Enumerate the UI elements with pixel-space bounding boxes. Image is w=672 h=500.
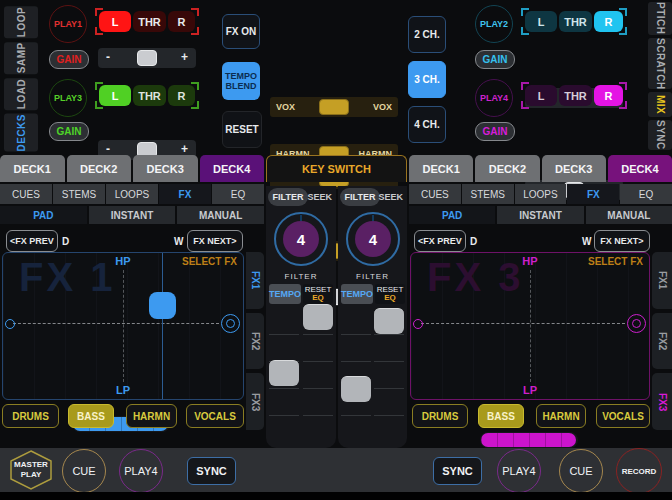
seek-tab[interactable]: SEEK (378, 192, 403, 202)
play3-button[interactable]: PLAY3 (49, 79, 87, 117)
dry-wet-slider-right[interactable] (480, 432, 578, 448)
fx-xy-pad-right[interactable]: FX 3 HP SELECT FX LP (410, 252, 650, 400)
mode-pad-right[interactable]: PAD (409, 206, 495, 224)
fx-slot-tab-2-right[interactable]: FX2 (652, 313, 672, 370)
deck-tab-left-2[interactable]: DECK2 (67, 155, 132, 182)
fx-prev-button-left[interactable]: <FX PREV (6, 230, 58, 252)
fx-next-button-left[interactable]: FX NEXT> (187, 230, 243, 252)
deck-tab-left-1[interactable]: DECK1 (0, 155, 65, 182)
ch3-button[interactable]: 3 CH. (408, 61, 446, 98)
deck1-gain-slider[interactable]: - + (98, 48, 196, 68)
deck-tab-left-3[interactable]: DECK3 (133, 155, 198, 182)
slider-handle[interactable] (137, 50, 157, 66)
reset-eq-button[interactable]: RESET EQ (375, 284, 405, 304)
deck-tab-right-4[interactable]: DECK4 (608, 155, 672, 182)
mode-manual-left[interactable]: MANUAL (177, 206, 264, 224)
fx-slot-tab-3-right[interactable]: FX3 (652, 373, 672, 430)
filter-knob[interactable]: 4 (346, 212, 400, 266)
fx-prev-button-right[interactable]: <FX PREV (414, 230, 466, 252)
deck-tab-right-3[interactable]: DECK3 (542, 155, 606, 182)
xy-pad-handle[interactable] (149, 292, 176, 319)
fx-next-button-right[interactable]: FX NEXT> (594, 230, 650, 252)
play4-button-right[interactable]: PLAY4 (497, 449, 541, 493)
tab-eq-left[interactable]: EQ (212, 184, 264, 204)
deck4-gain-button[interactable]: GAIN (475, 122, 515, 141)
deck-tab-right-2[interactable]: DECK2 (475, 155, 539, 182)
play2-button[interactable]: PLAY2 (475, 5, 513, 43)
sync-button-left[interactable]: SYNC (187, 457, 236, 485)
play1-button[interactable]: PLAY1 (49, 5, 87, 43)
plus-icon[interactable]: + (181, 50, 188, 64)
filter-knob[interactable]: 4 (274, 212, 328, 266)
stem-harmn-button-right[interactable]: HARMN (536, 404, 586, 428)
fx-on-button[interactable]: FX ON (222, 14, 260, 49)
ch2-button[interactable]: 2 CH. (408, 16, 446, 53)
deck-tab-left-4[interactable]: DECK4 (200, 155, 265, 182)
stem-harmn-button-left[interactable]: HARMN (126, 404, 177, 428)
sync-button-right[interactable]: SYNC (433, 457, 482, 485)
fx-xy-pad-left[interactable]: FX 1 HP SELECT FX LP (2, 252, 244, 400)
tab-cues-right[interactable]: CUES (409, 184, 461, 204)
fader-handle[interactable] (374, 308, 404, 334)
stem-bass-button-right[interactable]: BASS (478, 404, 524, 428)
tab-stems-right[interactable]: STEMS (462, 184, 514, 204)
key-switch-tab[interactable]: KEY SWITCH (266, 155, 407, 182)
slider-handle[interactable] (319, 99, 349, 115)
fx-slot-tab-1-left[interactable]: FX1 (246, 252, 264, 309)
minus-icon[interactable]: - (106, 142, 110, 156)
mode-manual-right[interactable]: MANUAL (586, 206, 672, 224)
stem-bass-button-left[interactable]: BASS (68, 404, 114, 428)
rail-tab-ptich[interactable]: PTICH (648, 2, 672, 35)
tempo-blend-button[interactable]: TEMPO BLEND (222, 62, 260, 100)
stem-drums-button-left[interactable]: DRUMS (2, 404, 59, 428)
reset-button[interactable]: RESET (222, 111, 262, 148)
deck2-gain-button[interactable]: GAIN (475, 50, 515, 69)
tempo-button[interactable]: TEMPO (341, 284, 373, 304)
fx-slot-tab-1-right[interactable]: FX1 (652, 252, 672, 309)
tab-stems-left[interactable]: STEMS (53, 184, 105, 204)
rail-tab-scratch[interactable]: SCRATCH (648, 38, 672, 90)
minus-icon[interactable]: - (106, 50, 110, 64)
fader-handle[interactable] (341, 376, 371, 402)
stem-vocals-button-right[interactable]: VOCALS (596, 404, 650, 428)
select-fx-button[interactable]: SELECT FX (588, 256, 643, 267)
rail-tab-loop[interactable]: LOOP (4, 6, 38, 38)
fx-slot-tab-3-left[interactable]: FX3 (246, 373, 264, 430)
plus-icon[interactable]: + (181, 142, 188, 156)
rail-tab-load[interactable]: LOAD (4, 78, 38, 110)
tab-loops-left[interactable]: LOOPS (106, 184, 158, 204)
tab-cues-left[interactable]: CUES (0, 184, 52, 204)
mode-instant-left[interactable]: INSTANT (89, 206, 176, 224)
rail-tab-sync[interactable]: SYNC (648, 120, 672, 150)
deck1-gain-button[interactable]: GAIN (49, 50, 89, 69)
stem-drums-button-right[interactable]: DRUMS (412, 404, 468, 428)
vox-stem-slider[interactable]: VOX VOX (270, 97, 398, 117)
fader-handle[interactable] (269, 360, 299, 386)
play4-button[interactable]: PLAY4 (475, 79, 513, 117)
filter-tab[interactable]: FILTER (268, 188, 308, 206)
tempo-button[interactable]: TEMPO (269, 284, 301, 304)
tab-eq-right[interactable]: EQ (620, 184, 672, 204)
fx-slot-tab-2-left[interactable]: FX2 (246, 313, 264, 370)
stem-vocals-button-left[interactable]: VOCALS (186, 404, 244, 428)
record-button[interactable]: RECORD (616, 448, 662, 494)
deck3-gain-button[interactable]: GAIN (49, 122, 89, 141)
rail-tab-decks[interactable]: DECKS (4, 114, 38, 152)
cue-button-left[interactable]: CUE (62, 449, 106, 493)
master-play-button[interactable]: MASTER PLAY (8, 450, 54, 490)
fader-handle[interactable] (303, 304, 333, 330)
rail-tab-samp[interactable]: SAMP (4, 42, 38, 74)
select-fx-button[interactable]: SELECT FX (182, 256, 237, 267)
rail-tab-mix[interactable]: MIX (648, 92, 672, 117)
tab-fx-left[interactable]: FX (159, 184, 211, 204)
filter-tab[interactable]: FILTER (340, 188, 380, 206)
eq-fader-track[interactable] (341, 308, 371, 442)
tab-fx-right[interactable]: FX (567, 184, 619, 204)
mode-pad-left[interactable]: PAD (0, 206, 87, 224)
reset-eq-button[interactable]: RESET EQ (303, 284, 333, 304)
cue-button-right[interactable]: CUE (559, 449, 603, 493)
play4-button-left[interactable]: PLAY4 (119, 449, 163, 493)
mode-instant-right[interactable]: INSTANT (497, 206, 583, 224)
ch4-button[interactable]: 4 CH. (408, 106, 446, 143)
deck-tab-right-1[interactable]: DECK1 (409, 155, 473, 182)
